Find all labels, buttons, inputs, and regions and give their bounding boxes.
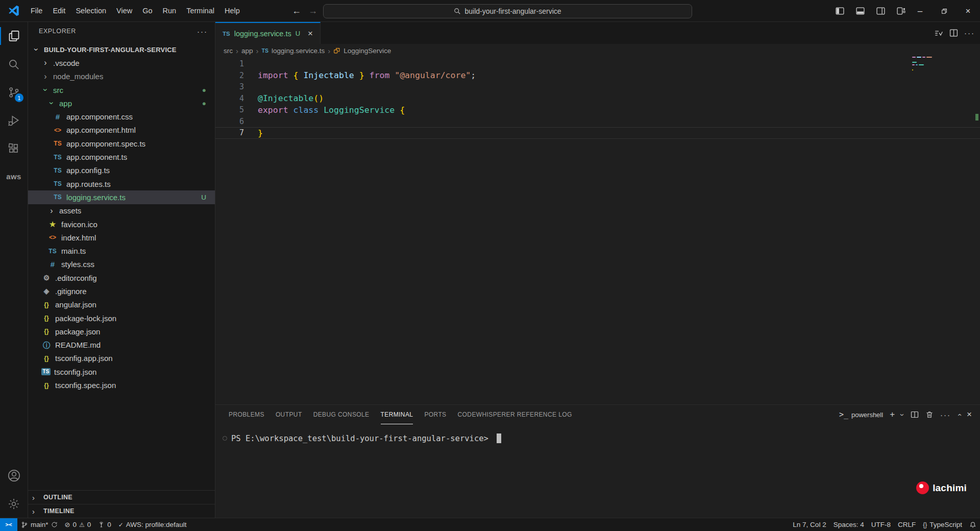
explorer-more-actions-icon[interactable]: ···: [197, 27, 208, 36]
run-tests-icon[interactable]: [934, 29, 943, 38]
tree-root-folder[interactable]: ›BUILD-YOUR-FIRST-ANGULAR-SERVICE: [28, 43, 215, 56]
terminal-icon: >_: [839, 410, 848, 419]
cursor-position-status[interactable]: Ln 7, Col 2: [789, 518, 829, 531]
split-editor-icon[interactable]: [949, 29, 958, 37]
window-restore-button[interactable]: [932, 0, 956, 22]
tree-file-readme-md[interactable]: ⓘREADME.md: [28, 339, 215, 352]
folder-name: .vscode: [53, 59, 80, 67]
vscode-logo-icon: [7, 4, 20, 17]
eol-status[interactable]: CRLF: [894, 518, 919, 531]
terminal-viewport[interactable]: PS E:\workspace_test\build-your-first-an…: [215, 424, 980, 443]
forwarded-ports-status[interactable]: 0: [94, 518, 115, 531]
new-terminal-icon[interactable]: +: [890, 409, 895, 420]
command-decoration-icon[interactable]: [223, 436, 227, 441]
language-mode-status[interactable]: {} TypeScript: [919, 518, 966, 531]
tree-file-main-ts[interactable]: TSmain.ts: [28, 244, 215, 257]
command-center-search[interactable]: build-your-first-angular-service: [323, 4, 692, 18]
tree-folder-assets[interactable]: ›assets: [28, 204, 215, 218]
settings-gear-icon[interactable]: [0, 490, 28, 518]
tree-folder-node-modules[interactable]: ›node_modules: [28, 70, 215, 83]
menu-selection[interactable]: Selection: [70, 4, 111, 17]
tree-file-app-component-ts[interactable]: TSapp.component.ts: [28, 150, 215, 163]
tab-close-icon[interactable]: ×: [306, 29, 315, 38]
tree-file-package-lock-json[interactable]: {}package-lock.json: [28, 311, 215, 325]
tree-file-app-component-css[interactable]: #app.component.css: [28, 110, 215, 123]
notifications-bell[interactable]: [966, 518, 980, 531]
activity-source-control-icon[interactable]: 1: [0, 78, 28, 106]
menu-edit[interactable]: Edit: [47, 4, 70, 17]
split-terminal-icon[interactable]: [911, 411, 919, 419]
tree-folder-vscode[interactable]: ›.vscode: [28, 56, 215, 69]
tree-file-styles-css[interactable]: #styles.css: [28, 258, 215, 271]
kill-terminal-icon[interactable]: [925, 411, 934, 419]
git-branch-status[interactable]: main*: [17, 518, 61, 531]
activity-run-debug-icon[interactable]: [0, 106, 28, 134]
breadcrumb-symbol[interactable]: LoggingService: [344, 47, 391, 55]
tree-file-app-component-spec-ts[interactable]: TSapp.component.spec.ts: [28, 137, 215, 150]
chevron-collapsed-icon: ›: [32, 493, 40, 502]
maximize-panel-icon[interactable]: ›: [954, 414, 963, 416]
breadcrumb-file[interactable]: logging.service.ts: [272, 47, 325, 55]
navigate-forward-icon[interactable]: →: [308, 6, 317, 16]
outline-section-header[interactable]: › OUTLINE: [28, 490, 215, 504]
toggle-panel-icon[interactable]: [852, 4, 868, 19]
tab-logging-service-ts[interactable]: TS logging.service.ts U ×: [215, 22, 321, 44]
menu-go[interactable]: Go: [137, 4, 157, 17]
editor-more-actions-icon[interactable]: ···: [964, 29, 975, 37]
tree-file-gitignore[interactable]: ◈.gitignore: [28, 284, 215, 298]
code-editor[interactable]: 1 2import { Injectable } from "@angular/…: [215, 57, 980, 404]
css-file-icon: #: [53, 113, 63, 120]
toggle-secondary-sidebar-icon[interactable]: [873, 4, 888, 19]
tree-file-package-json[interactable]: {}package.json: [28, 325, 215, 338]
tree-file-tsconfig-json[interactable]: TStsconfig.json: [28, 365, 215, 378]
remote-indicator[interactable]: ><: [0, 518, 17, 531]
activity-extensions-icon[interactable]: [0, 134, 28, 162]
tree-file-tsconfig-app-json[interactable]: {}tsconfig.app.json: [28, 352, 215, 365]
tree-file-app-component-html[interactable]: <>app.component.html: [28, 124, 215, 137]
tree-folder-app[interactable]: ›app●: [28, 96, 215, 110]
menu-terminal[interactable]: Terminal: [181, 4, 219, 17]
customize-layout-icon[interactable]: [893, 4, 909, 19]
accounts-icon[interactable]: [0, 462, 28, 490]
tree-file-angular-json[interactable]: {}angular.json: [28, 298, 215, 311]
toggle-primary-sidebar-icon[interactable]: [832, 4, 847, 19]
panel-tab-codewhisperer-reference-log[interactable]: CODEWHISPERER REFERENCE LOG: [458, 405, 572, 424]
menu-view[interactable]: View: [111, 4, 137, 17]
terminal-dropdown-icon[interactable]: ›: [898, 414, 907, 416]
activity-explorer-icon[interactable]: [0, 22, 28, 50]
aws-profile-status[interactable]: ✓ AWS: profile:default: [115, 518, 190, 531]
menu-run[interactable]: Run: [158, 4, 182, 17]
terminal-shell-selector[interactable]: >_ powershell: [839, 410, 883, 419]
tree-file-editorconfig[interactable]: ⚙.editorconfig: [28, 271, 215, 284]
panel-more-actions-icon[interactable]: ···: [940, 411, 951, 419]
close-panel-icon[interactable]: ×: [967, 409, 972, 420]
activity-aws-icon[interactable]: aws: [0, 162, 28, 190]
panel-tab-problems[interactable]: PROBLEMS: [229, 405, 264, 424]
indentation-status[interactable]: Spaces: 4: [830, 518, 868, 531]
panel-tab-debug-console[interactable]: DEBUG CONSOLE: [313, 405, 370, 424]
tree-file-index-html[interactable]: <>index.html: [28, 231, 215, 244]
timeline-section-header[interactable]: › TIMELINE: [28, 504, 215, 518]
tree-file-app-config-ts[interactable]: TSapp.config.ts: [28, 164, 215, 177]
typescript-file-icon: TS: [223, 31, 230, 37]
tree-file-app-routes-ts[interactable]: TSapp.routes.ts: [28, 177, 215, 190]
window-minimize-button[interactable]: –: [908, 0, 932, 22]
minimap[interactable]: [912, 54, 933, 72]
tree-folder-src[interactable]: ›src●: [28, 83, 215, 96]
menu-file[interactable]: File: [26, 4, 47, 17]
problems-status[interactable]: ⊘ 0 ⚠ 0: [61, 518, 95, 531]
breadcrumb-src[interactable]: src: [224, 47, 233, 55]
panel-tab-terminal[interactable]: TERMINAL: [381, 405, 413, 424]
activity-search-icon[interactable]: [0, 50, 28, 78]
panel-tab-ports[interactable]: PORTS: [424, 405, 446, 424]
tree-file-favicon-ico[interactable]: ★favicon.ico: [28, 218, 215, 231]
tree-file-logging-service-ts-selected[interactable]: TSlogging.service.tsU: [28, 190, 215, 204]
navigate-back-icon[interactable]: ←: [292, 6, 301, 16]
panel-tab-output[interactable]: OUTPUT: [276, 405, 302, 424]
html-file-icon: <>: [47, 234, 58, 240]
window-close-button[interactable]: ×: [956, 0, 980, 22]
menu-help[interactable]: Help: [219, 4, 245, 17]
tree-file-tsconfig-spec-json[interactable]: {}tsconfig.spec.json: [28, 378, 215, 392]
breadcrumb-app[interactable]: app: [241, 47, 253, 55]
encoding-status[interactable]: UTF-8: [868, 518, 894, 531]
